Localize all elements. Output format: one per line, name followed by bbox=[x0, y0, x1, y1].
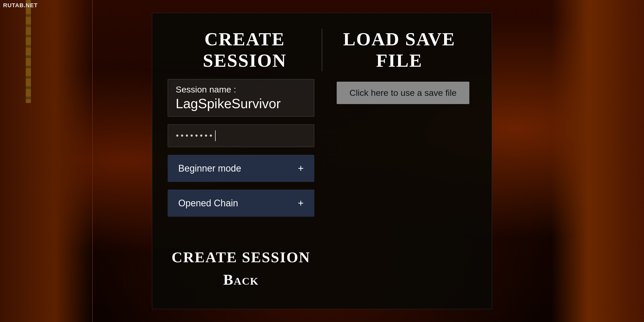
beginner-mode-label: Beginner mode bbox=[178, 163, 241, 174]
session-name-value: LagSpikeSurvivor bbox=[176, 96, 306, 111]
main-panel: Create Session Load Save File Session na… bbox=[152, 13, 492, 309]
action-buttons: Create Session Back bbox=[168, 249, 314, 293]
load-save-section: Load Save File bbox=[322, 29, 476, 71]
beginner-mode-plus: + bbox=[298, 162, 304, 174]
chain-decoration bbox=[26, 0, 31, 103]
opened-chain-label: Opened Chain bbox=[178, 198, 238, 209]
opened-chain-plus: + bbox=[298, 197, 304, 209]
right-wall bbox=[551, 0, 644, 322]
load-save-column: Click here to use a save file bbox=[330, 79, 476, 293]
cursor bbox=[215, 130, 216, 141]
panel-body: Session name : LagSpikeSurvivor ••••••••… bbox=[152, 79, 492, 309]
session-name-group: Session name : LagSpikeSurvivor bbox=[168, 79, 314, 117]
form-column: Session name : LagSpikeSurvivor ••••••••… bbox=[168, 79, 314, 293]
load-save-button[interactable]: Click here to use a save file bbox=[337, 82, 470, 104]
create-session-section: Create Session bbox=[168, 29, 322, 71]
session-name-field[interactable]: Session name : LagSpikeSurvivor bbox=[168, 79, 314, 117]
site-watermark: RUTAB.NET bbox=[3, 2, 38, 9]
password-field[interactable]: •••••••• bbox=[168, 124, 314, 147]
opened-chain-button[interactable]: Opened Chain + bbox=[168, 190, 314, 217]
panel-header: Create Session Load Save File bbox=[152, 13, 492, 79]
create-session-title: Create Session bbox=[203, 29, 286, 71]
password-dots: •••••••• bbox=[176, 130, 214, 141]
load-save-title: Load Save File bbox=[343, 29, 455, 71]
left-wall bbox=[0, 0, 93, 322]
beginner-mode-button[interactable]: Beginner mode + bbox=[168, 155, 314, 182]
create-session-button[interactable]: Create Session bbox=[172, 249, 310, 266]
back-button[interactable]: Back bbox=[223, 271, 259, 288]
session-name-label: Session name : bbox=[176, 84, 306, 95]
